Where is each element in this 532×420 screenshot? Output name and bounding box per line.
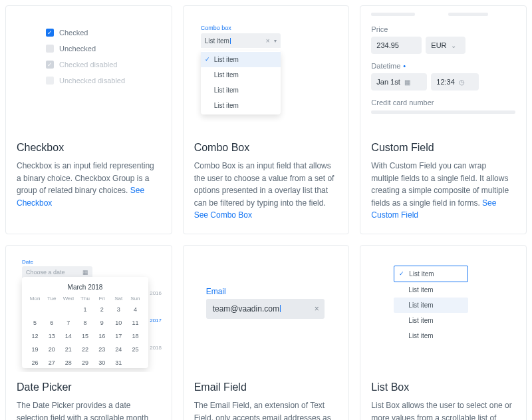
calendar-day <box>128 357 143 368</box>
calendar-dow: Sat <box>111 296 126 302</box>
email-label: Email <box>206 287 349 296</box>
close-icon[interactable]: × <box>315 304 319 314</box>
card-custom-field[interactable]: Price 234.95 EUR ⌄ Datetime• Jan 1st <box>360 5 527 234</box>
calendar-day[interactable]: 18 <box>128 331 143 341</box>
calendar-day[interactable]: 1 <box>77 304 92 315</box>
calendar-day[interactable]: 23 <box>94 344 110 355</box>
combo-value: List item <box>205 37 266 45</box>
year-option[interactable]: 2018 <box>150 345 162 351</box>
email-input[interactable]: team@vaadin.com × <box>206 299 325 319</box>
checkbox-label: Unchecked disabled <box>59 77 125 85</box>
calendar-day[interactable]: 17 <box>111 331 126 341</box>
checkbox-unchecked[interactable]: Unchecked <box>46 45 172 53</box>
combo-option[interactable]: List item <box>201 67 281 83</box>
calendar-day[interactable]: 14 <box>61 331 76 341</box>
preview-custom-field: Price 234.95 EUR ⌄ Datetime• Jan 1st <box>360 6 526 132</box>
calendar-day <box>61 304 76 315</box>
calendar-day[interactable]: 6 <box>44 317 59 328</box>
card-title: List Box <box>371 381 515 393</box>
card-title: Custom Field <box>371 142 515 154</box>
card-combo-box[interactable]: Combo box List item × ▾ List item List i… <box>183 5 350 234</box>
calendar-dow: Mon <box>27 296 43 302</box>
checkbox-icon <box>46 45 54 53</box>
list-item[interactable]: List item <box>394 313 468 328</box>
list-item[interactable]: List item <box>394 298 468 313</box>
calendar-day[interactable]: 8 <box>77 317 92 328</box>
calendar-day[interactable]: 2 <box>94 304 110 315</box>
year-option[interactable]: 2017 <box>150 317 162 323</box>
placeholder-bar <box>371 13 415 16</box>
preview-checkbox: ✓ Checked Unchecked ✓ Checked disabled U… <box>6 6 172 132</box>
calendar-day[interactable]: 9 <box>94 317 110 328</box>
calendar-day[interactable]: 19 <box>27 344 43 355</box>
calendar-popup: March 2018 MonTueWedThuFriSatSun12345678… <box>22 277 148 368</box>
checkbox-icon: ✓ <box>46 61 54 69</box>
clock-icon: ◷ <box>459 79 465 86</box>
combo-option[interactable]: List item <box>201 98 281 113</box>
placeholder-bar <box>371 110 515 114</box>
calendar-day[interactable]: 7 <box>61 317 76 328</box>
list-item[interactable]: List item <box>394 328 468 343</box>
calendar-day[interactable]: 4 <box>128 304 143 315</box>
date-field[interactable]: Jan 1st ▦ <box>371 73 427 91</box>
card-desc: Combo Box is an input field that allows … <box>194 160 338 222</box>
calendar-day[interactable]: 28 <box>61 357 76 368</box>
calendar-day <box>44 304 59 315</box>
card-list-box[interactable]: List item List item List item List item … <box>360 245 527 420</box>
calendar-day[interactable]: 27 <box>44 357 59 368</box>
price-field[interactable]: 234.95 <box>371 37 422 54</box>
calendar-day[interactable]: 13 <box>44 331 59 341</box>
calendar-day[interactable]: 12 <box>27 331 43 341</box>
see-combo-box-link[interactable]: See Combo Box <box>194 210 252 220</box>
card-date-picker[interactable]: Date Choose a date ▦ March 2018 MonTueWe… <box>5 245 172 420</box>
calendar-icon: ▦ <box>82 269 88 276</box>
list-item[interactable]: List item <box>394 282 468 298</box>
card-desc: Checkbox is an input field representing … <box>17 160 161 209</box>
card-email-field[interactable]: Email team@vaadin.com × Email Field The … <box>183 245 350 420</box>
checkbox-checked[interactable]: ✓ Checked <box>46 29 172 37</box>
list-box[interactable]: List item List item List item List item … <box>360 246 526 343</box>
checkbox-unchecked-disabled: Unchecked disabled <box>46 77 172 85</box>
preview-combo: Combo box List item × ▾ List item List i… <box>184 6 349 132</box>
calendar-day[interactable]: 5 <box>27 317 43 328</box>
card-desc: The Email Field, an extension of Text Fi… <box>194 399 338 420</box>
calendar-day[interactable]: 20 <box>44 344 59 355</box>
credit-card-label: Credit card number <box>371 99 515 106</box>
calendar-day[interactable]: 24 <box>111 344 126 355</box>
card-title: Combo Box <box>194 142 338 154</box>
calendar-icon: ▦ <box>404 79 410 86</box>
checkbox-label: Checked <box>59 29 88 37</box>
card-checkbox[interactable]: ✓ Checked Unchecked ✓ Checked disabled U… <box>5 5 172 234</box>
calendar-day[interactable]: 29 <box>77 357 92 368</box>
calendar-day[interactable]: 21 <box>61 344 76 355</box>
calendar-day[interactable]: 26 <box>27 357 43 368</box>
datetime-label: Datetime• <box>371 62 515 70</box>
calendar-day[interactable]: 31 <box>111 357 126 368</box>
calendar-day[interactable]: 3 <box>111 304 126 315</box>
calendar-day[interactable]: 10 <box>111 317 126 328</box>
chevron-down-icon[interactable]: ▾ <box>274 38 277 44</box>
combo-input[interactable]: List item × ▾ <box>201 33 281 48</box>
calendar-dow: Sun <box>128 296 143 302</box>
checkbox-icon: ✓ <box>46 29 54 37</box>
preview-date-picker: Date Choose a date ▦ March 2018 MonTueWe… <box>6 246 172 372</box>
card-desc: The Date Picker provides a date selectio… <box>17 399 161 420</box>
calendar-dow: Thu <box>77 296 92 302</box>
checkbox-label: Checked disabled <box>59 61 117 69</box>
calendar-day[interactable]: 11 <box>128 317 143 328</box>
list-item[interactable]: List item <box>394 266 468 282</box>
placeholder-bar <box>448 13 488 16</box>
combo-option[interactable]: List item <box>201 52 281 67</box>
card-desc: With Custom Field you can wrap multiple … <box>371 160 515 222</box>
year-option[interactable]: 2016 <box>150 290 162 296</box>
year-scroll[interactable]: 2016 2017 2018 <box>150 290 162 351</box>
close-icon[interactable]: × <box>266 37 270 45</box>
currency-select[interactable]: EUR ⌄ <box>426 37 466 54</box>
calendar-day[interactable]: 25 <box>128 344 143 355</box>
calendar-day[interactable]: 30 <box>94 357 110 368</box>
calendar-day[interactable]: 22 <box>77 344 92 355</box>
calendar-day[interactable]: 15 <box>77 331 92 341</box>
time-field[interactable]: 12:34 ◷ <box>431 73 479 91</box>
combo-option[interactable]: List item <box>201 83 281 98</box>
calendar-day[interactable]: 16 <box>94 331 110 341</box>
